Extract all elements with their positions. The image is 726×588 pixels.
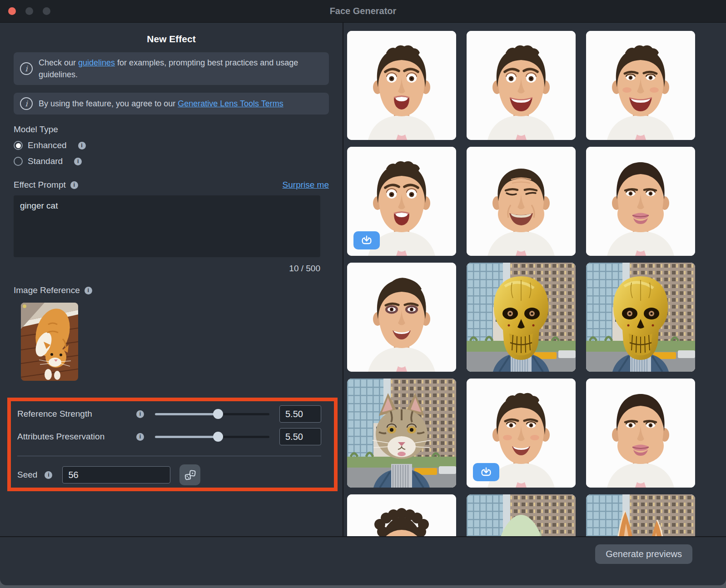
preview-card[interactable] [586,494,695,536]
preview-card[interactable] [467,147,576,256]
reference-image-thumbnail[interactable] [21,303,78,381]
standard-radio[interactable] [14,157,23,166]
terms-link[interactable]: Generative Lens Tools Terms [178,99,283,108]
seed-label: Seed [17,470,37,480]
dice-icon [184,469,196,481]
panel-heading: New Effect [14,34,329,45]
preview-card[interactable] [347,263,456,372]
preview-card[interactable] [347,31,456,140]
attributes-preservation-row: Attributes Preservation 5.50 [17,428,321,446]
info-icon [20,97,33,110]
face-generator-window: Face Generator New Effect Check our guid… [0,0,726,585]
standard-label: Standard [28,156,63,166]
seed-input[interactable] [62,466,170,483]
previews-panel [343,23,726,536]
preview-card[interactable] [586,147,695,256]
guidelines-notice-text: Check our guidelines for examples, promp… [39,57,323,80]
attributes-preservation-value[interactable]: 5.50 [279,428,321,445]
attributes-preservation-label: Attributes Preservation [17,432,131,442]
preview-card[interactable] [586,263,695,372]
model-type-option-enhanced: Enhanced [14,140,329,150]
model-type-option-standard: Standard [14,156,329,166]
surprise-me-link[interactable]: Surprise me [283,180,329,190]
preview-card[interactable] [467,263,576,372]
info-icon[interactable] [45,471,52,479]
guidelines-link[interactable]: guidelines [78,58,115,67]
slider-thumb[interactable] [213,432,223,442]
enhanced-label: Enhanced [28,140,67,150]
slider-thumb[interactable] [213,409,223,419]
image-reference-label: Image Reference [14,285,80,295]
info-icon[interactable] [78,142,86,149]
info-icon [20,62,33,75]
bottom-bar: Generate previews [0,536,726,585]
info-icon[interactable] [136,410,144,418]
info-icon[interactable] [70,181,78,189]
model-type-label: Model Type [14,125,329,135]
preview-card[interactable] [467,31,576,140]
effect-prompt-input[interactable]: ginger cat [14,195,320,257]
new-effect-panel: New Effect Check our guidelines for exam… [0,23,343,536]
effect-prompt-label: Effect Prompt [14,180,66,190]
preview-card[interactable] [586,379,695,488]
randomize-seed-button[interactable] [179,464,200,485]
preview-card[interactable] [467,494,576,536]
highlighted-settings-box: Reference Strength 5.50 Attributes Prese… [7,398,338,491]
info-icon[interactable] [85,287,92,294]
enhanced-radio[interactable] [14,141,23,150]
terms-notice: By using the feature, you agree to our G… [14,93,329,115]
download-icon [480,466,492,478]
download-button[interactable] [353,231,380,249]
info-icon[interactable] [74,158,82,165]
seed-row: Seed [17,464,321,485]
preview-card[interactable] [347,494,456,536]
download-icon [360,234,373,247]
char-counter: 10 / 500 [14,264,320,274]
reference-strength-row: Reference Strength 5.50 [17,405,321,423]
guidelines-notice: Check our guidelines for examples, promp… [14,52,329,85]
divider [17,456,321,456]
generate-previews-button[interactable]: Generate previews [595,544,692,564]
preview-card[interactable] [347,379,456,488]
reference-strength-value[interactable]: 5.50 [279,405,321,423]
preview-card[interactable] [347,147,456,256]
reference-strength-label: Reference Strength [17,409,131,419]
terms-notice-text: By using the feature, you agree to our G… [39,98,283,110]
preview-grid [343,23,726,536]
download-button[interactable] [473,463,499,481]
preview-card[interactable] [586,31,695,140]
ginger-cat-reference-image [21,303,78,381]
info-icon[interactable] [136,433,144,441]
titlebar: Face Generator [0,0,726,23]
preview-card[interactable] [467,379,576,488]
window-title: Face Generator [0,6,726,16]
reference-strength-slider[interactable] [155,409,269,419]
attributes-preservation-slider[interactable] [155,432,269,442]
